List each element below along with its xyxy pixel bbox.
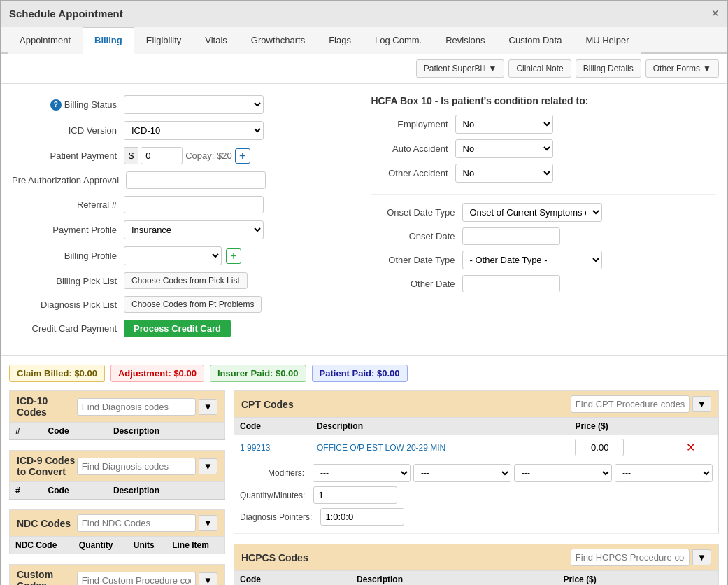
icd10-search-button[interactable]: ▼	[199, 399, 217, 415]
referral-input[interactable]	[124, 196, 264, 213]
billing-status-select[interactable]	[124, 95, 264, 114]
pre-auth-input[interactable]	[126, 171, 266, 189]
icd9-title: ICD-9 Codes to Convert	[17, 455, 77, 477]
tab-revisions[interactable]: Revisions	[434, 27, 497, 54]
modifier-select-4[interactable]: ---	[615, 464, 713, 482]
onset-section: Onset Date Type Onset of Current Symptom…	[371, 194, 717, 292]
tab-eligibility[interactable]: Eligibility	[134, 27, 194, 54]
other-date-input[interactable]	[462, 275, 560, 292]
ndc-header: NDC Codes ▼	[9, 509, 225, 536]
cpt-search-button[interactable]: ▼	[692, 396, 711, 412]
modifier-select-2[interactable]: ---	[413, 464, 511, 482]
add-payment-button[interactable]: +	[235, 148, 250, 164]
quantity-input[interactable]	[313, 486, 397, 504]
other-date-type-select[interactable]: - Other Date Type -	[462, 251, 602, 269]
billing-status-label: ? Billing Status	[12, 99, 124, 111]
insurer-paid-badge: Insurer Paid: $0.00	[210, 365, 306, 382]
other-forms-button[interactable]: Other Forms ▼	[645, 59, 719, 78]
hcpcs-section: HCPCS Codes ▼ Code Description Price ($)	[234, 544, 719, 585]
cpt-code-cell[interactable]: 1 99213	[234, 435, 311, 460]
patient-payment-input[interactable]	[141, 147, 183, 164]
cpt-price-input[interactable]	[575, 439, 624, 456]
payment-group: $ Copay: $20 +	[124, 147, 250, 164]
close-button[interactable]: ×	[711, 6, 719, 21]
hcpcs-search-input[interactable]	[571, 549, 690, 566]
tab-appointment[interactable]: Appointment	[8, 27, 83, 54]
billing-right-section: HCFA Box 10 - Is patient's condition rel…	[371, 95, 717, 344]
tab-billing[interactable]: Billing	[83, 27, 134, 54]
adjustment-badge: Adjustment: $0.00	[110, 365, 204, 382]
onset-date-type-select[interactable]: Onset of Current Symptoms o	[462, 203, 602, 222]
tab-flags[interactable]: Flags	[317, 27, 363, 54]
ndc-section: NDC Codes ▼ NDC Code Quantity Units	[9, 509, 225, 554]
hcpcs-search-button[interactable]: ▼	[692, 549, 711, 565]
hcpcs-col-desc: Description	[351, 571, 557, 586]
process-credit-card-button[interactable]: Process Credit Card	[124, 320, 231, 337]
icd9-col-code: Code	[43, 482, 108, 500]
other-accident-row: Other Accident No	[371, 164, 717, 183]
ndc-search-button[interactable]: ▼	[199, 515, 217, 531]
diagnosis-pick-list-label: Diagnosis Pick List	[12, 299, 124, 310]
auto-accident-select[interactable]: No	[455, 139, 553, 158]
billing-details-button[interactable]: Billing Details	[576, 59, 641, 78]
onset-date-type-row: Onset Date Type Onset of Current Symptom…	[371, 203, 717, 222]
billing-toolbar: Patient SuperBill ▼ Clinical Note Billin…	[1, 54, 727, 84]
onset-date-label: Onset Date	[371, 231, 462, 241]
custom-section: Custom Codes ▼ Code Description Price ($…	[9, 564, 225, 585]
cpt-title: CPT Codes	[241, 399, 294, 410]
billing-pick-list-row: Billing Pick List Choose Codes from Pick…	[12, 272, 357, 289]
diagnosis-pick-list-button[interactable]: Choose Codes from Pt Problems	[124, 296, 262, 313]
employment-select[interactable]: No	[455, 115, 553, 134]
tab-muhelper[interactable]: MU Helper	[573, 27, 641, 54]
cpt-modifiers-row: Modifiers: --- --- --- --- Quantity/Minu…	[234, 460, 719, 534]
add-billing-profile-button[interactable]: +	[226, 248, 241, 264]
icd-version-row: ICD Version ICD-10	[12, 121, 357, 140]
billing-profile-row: Billing Profile +	[12, 246, 357, 265]
icd-version-select[interactable]: ICD-10	[124, 121, 264, 140]
tab-logcomm[interactable]: Log Comm.	[363, 27, 434, 54]
billing-pick-list-button[interactable]: Choose Codes from Pick List	[124, 272, 248, 289]
tab-customdata[interactable]: Custom Data	[497, 27, 574, 54]
cpt-price-cell	[569, 435, 680, 460]
hcfa-title: HCFA Box 10 - Is patient's condition rel…	[371, 95, 717, 106]
onset-date-type-label: Onset Date Type	[371, 207, 462, 218]
tab-vitals[interactable]: Vitals	[193, 27, 239, 54]
credit-card-row: Credit Card Payment Process Credit Card	[12, 320, 357, 337]
cpt-col-desc: Description	[311, 418, 569, 435]
billing-pick-list-label: Billing Pick List	[12, 276, 124, 286]
cpt-delete-cell: ✕	[680, 435, 718, 460]
payment-profile-select[interactable]: Insurance	[124, 220, 264, 239]
icd9-search: ▼	[77, 458, 217, 475]
icd10-header: ICD-10 Codes ▼	[9, 390, 225, 422]
copay-label: Copay: $20	[185, 150, 232, 161]
ndc-col-lineitem: Line Item	[166, 537, 224, 554]
tab-bar: Appointment Billing Eligibility Vitals G…	[1, 27, 727, 54]
icd9-search-input[interactable]	[77, 458, 196, 475]
auto-accident-row: Auto Accident No	[371, 139, 717, 158]
onset-date-input[interactable]	[462, 227, 560, 245]
modifier-select-3[interactable]: ---	[514, 464, 612, 482]
tab-growthcharts[interactable]: Growthcharts	[239, 27, 317, 54]
billing-profile-select[interactable]	[124, 246, 222, 265]
billing-left-section: ? Billing Status ICD Version ICD-10 Pati…	[12, 95, 357, 344]
modifier-select-1[interactable]: ---	[313, 464, 411, 482]
icd9-search-button[interactable]: ▼	[199, 458, 217, 474]
cpt-col-action	[680, 418, 718, 435]
currency-symbol: $	[124, 147, 138, 164]
icd10-search-input[interactable]	[77, 398, 196, 416]
ndc-search-input[interactable]	[77, 514, 196, 532]
custom-search-input[interactable]	[77, 572, 196, 586]
cpt-delete-button[interactable]: ✕	[686, 441, 695, 454]
clinical-note-button[interactable]: Clinical Note	[508, 59, 571, 78]
hcpcs-col-price: Price ($)	[557, 571, 718, 586]
icd9-col-desc: Description	[108, 482, 225, 500]
patient-superbill-button[interactable]: Patient SuperBill ▼	[416, 59, 505, 78]
other-accident-select[interactable]: No	[455, 164, 553, 183]
other-date-label: Other Date	[371, 279, 462, 289]
ndc-table-header: NDC Code Quantity Units Line Item	[10, 537, 225, 554]
cpt-search-input[interactable]	[571, 395, 690, 413]
table-row: 1 99213 OFFICE O/P EST LOW 20-29 MIN ✕	[234, 435, 719, 460]
codes-area: ICD-10 Codes ▼ # Code Description	[9, 390, 719, 585]
custom-search-button[interactable]: ▼	[199, 572, 217, 586]
diagnosis-pointers-input[interactable]	[320, 508, 404, 526]
